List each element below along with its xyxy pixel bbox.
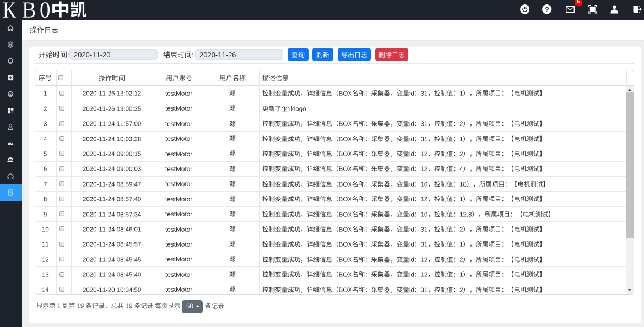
svg-text:?: ? <box>545 5 549 13</box>
